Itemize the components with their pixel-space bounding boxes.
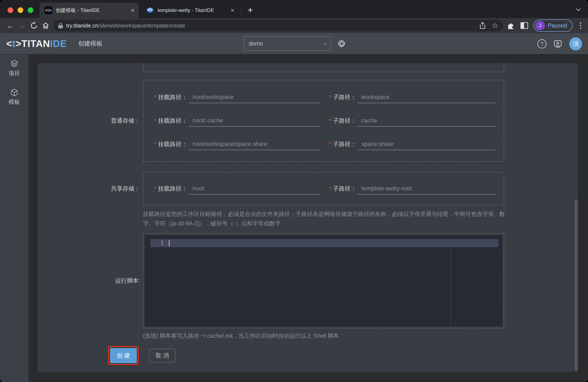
storage-row: * 挂载路径： * 子路径： bbox=[143, 86, 504, 109]
cancel-button[interactable]: 取 消 bbox=[149, 349, 175, 362]
page-title: 创建模板 bbox=[78, 39, 103, 48]
script-editor-box: 1 bbox=[143, 233, 504, 328]
profile-avatar: J bbox=[535, 21, 545, 30]
close-window-button[interactable] bbox=[8, 7, 13, 13]
required-asterisk: * bbox=[154, 117, 156, 124]
address-bar[interactable]: try.titanide.cn/ide/web/workspace/templa… bbox=[54, 20, 503, 31]
cube-icon bbox=[10, 88, 18, 96]
tab-separator bbox=[241, 6, 241, 15]
tab-strip: <t> 创建模板 - TitanIDE × template-wetty - T… bbox=[0, 0, 588, 18]
mount-path-input[interactable] bbox=[189, 91, 320, 103]
workspace-favicon bbox=[146, 6, 154, 15]
required-asterisk: * bbox=[329, 117, 331, 124]
back-icon[interactable]: ← bbox=[5, 22, 16, 30]
console-settings-icon[interactable] bbox=[553, 39, 563, 49]
tab-create-template[interactable]: <t> 创建模板 - TitanIDE × bbox=[39, 2, 139, 18]
sidebar: 项目 模板 bbox=[0, 54, 28, 382]
tab-title: 创建模板 - TitanIDE bbox=[56, 7, 126, 14]
main-area: 项目 模板 普通存储： * 挂载路径： bbox=[0, 54, 588, 382]
tab-close-icon[interactable]: × bbox=[131, 7, 135, 13]
lock-icon[interactable] bbox=[58, 23, 63, 28]
tab-search-chevron-icon[interactable] bbox=[577, 7, 580, 11]
mount-path-input[interactable] bbox=[189, 138, 320, 150]
workspace-select[interactable]: demo bbox=[244, 37, 331, 51]
user-avatar[interactable]: 演 bbox=[569, 37, 582, 50]
help-icon[interactable]: ? bbox=[537, 39, 546, 48]
more-menu-icon[interactable] bbox=[578, 22, 583, 29]
editor-column-ruler bbox=[450, 247, 451, 324]
sidebar-item-label: 模板 bbox=[9, 98, 20, 106]
script-code-editor[interactable]: 1 bbox=[145, 235, 502, 326]
minimize-window-button[interactable] bbox=[18, 7, 23, 13]
storage-row: * 挂载路径： * 子路径： bbox=[143, 178, 504, 200]
sub-path-input[interactable] bbox=[358, 115, 496, 127]
bookmark-star-icon[interactable]: ☆ bbox=[492, 22, 498, 29]
profile-chip[interactable]: J Paused bbox=[533, 20, 572, 32]
traffic-lights bbox=[8, 7, 33, 13]
tab-close-icon[interactable]: × bbox=[231, 7, 234, 13]
workspace-settings-gear-icon[interactable] bbox=[337, 39, 346, 48]
url-path: /ide/web/workspace/template/create bbox=[98, 22, 185, 29]
toolbar-right: J Paused bbox=[506, 20, 583, 32]
script-note: (选填) 脚本将写入路径 ~/.cache/.init，当工作区启动时自动运行以… bbox=[143, 332, 578, 340]
zoom-window-button[interactable] bbox=[28, 7, 33, 13]
mount-path-input[interactable] bbox=[189, 183, 320, 195]
group-label: 运行脚本: bbox=[38, 277, 143, 285]
required-asterisk: * bbox=[154, 141, 156, 148]
chevron-down-icon bbox=[323, 41, 327, 45]
form-item-shared-storage: 共享存储： * 挂载路径： * 子路径： bbox=[38, 172, 578, 205]
titanide-logo[interactable]: <t>TITANIDE bbox=[6, 38, 67, 49]
sub-path-label: 子路径： bbox=[333, 117, 357, 125]
new-tab-button[interactable]: + bbox=[244, 4, 256, 16]
create-button[interactable]: 创 建 bbox=[110, 348, 137, 363]
forward-icon[interactable]: → bbox=[16, 22, 28, 30]
group-label: 普通存储： bbox=[38, 117, 143, 125]
share-icon[interactable] bbox=[479, 22, 486, 29]
path-help-text: 挂载路径是您的工作区目标路径，必须是合法的文件夹路径；子路径名是网络存储源子路径… bbox=[143, 209, 507, 228]
sidebar-item-label: 项目 bbox=[9, 69, 20, 77]
titanide-favicon: <t> bbox=[44, 6, 52, 14]
mount-path-label: 挂载路径： bbox=[158, 93, 187, 101]
editor-line-number: 1 bbox=[156, 239, 164, 247]
storage-row: * 挂载路径： * 子路径： bbox=[143, 109, 504, 133]
form-actions: 创 建 取 消 bbox=[108, 346, 578, 365]
sub-path-label: 子路径： bbox=[333, 140, 357, 148]
editor-active-line bbox=[150, 239, 499, 247]
sub-path-input[interactable] bbox=[358, 91, 496, 103]
mount-path-label: 挂载路径： bbox=[158, 117, 187, 125]
header-right: ? 演 bbox=[537, 33, 582, 54]
browser-window: <t> 创建模板 - TitanIDE × template-wetty - T… bbox=[0, 0, 588, 382]
browser-toolbar: ← → try.titanide.cn/ide/web/workspace/te… bbox=[0, 18, 588, 33]
editor-caret bbox=[169, 240, 169, 246]
layers-icon bbox=[10, 60, 18, 67]
group-label: 共享存储： bbox=[38, 185, 143, 193]
required-asterisk: * bbox=[329, 185, 331, 192]
storage-row: * 挂载路径： * 子路径： bbox=[143, 133, 504, 156]
sidebar-item-templates[interactable]: 模板 bbox=[0, 88, 28, 106]
create-template-form: 普通存储： * 挂载路径： * 子路径： * 挂载路径： bbox=[38, 63, 578, 372]
required-asterisk: * bbox=[329, 94, 331, 101]
click-highlight-annotation: 创 建 bbox=[108, 346, 139, 365]
tab-title: template-wetty - TitanIDE bbox=[158, 7, 226, 13]
app-header: <t>TITANIDE 创建模板 demo ? 演 bbox=[0, 33, 588, 54]
sub-path-label: 子路径： bbox=[333, 185, 357, 193]
sub-path-input[interactable] bbox=[358, 183, 496, 195]
sub-path-input[interactable] bbox=[358, 138, 496, 150]
required-asterisk: * bbox=[154, 94, 156, 101]
url-domain: try.titanide.cn bbox=[66, 22, 98, 29]
mount-path-input[interactable] bbox=[189, 115, 320, 127]
shared-storage-group: * 挂载路径： * 子路径： bbox=[143, 172, 504, 205]
extensions-puzzle-icon[interactable] bbox=[506, 21, 515, 30]
reload-icon[interactable] bbox=[28, 22, 40, 30]
vertical-scrollbar-thumb[interactable] bbox=[575, 200, 578, 371]
sidebar-item-projects[interactable]: 项目 bbox=[0, 60, 28, 77]
side-panel-icon[interactable] bbox=[521, 22, 528, 29]
home-icon[interactable] bbox=[40, 22, 52, 30]
required-asterisk: * bbox=[154, 185, 156, 192]
normal-storage-group: * 挂载路径： * 子路径： * 挂载路径： bbox=[143, 80, 504, 162]
mount-path-label: 挂载路径： bbox=[158, 140, 187, 148]
required-asterisk: * bbox=[329, 141, 331, 148]
form-item-run-script: 运行脚本: 1 bbox=[38, 233, 578, 328]
sub-path-label: 子路径： bbox=[333, 93, 357, 101]
tab-template-wetty[interactable]: template-wetty - TitanIDE × bbox=[141, 2, 238, 18]
